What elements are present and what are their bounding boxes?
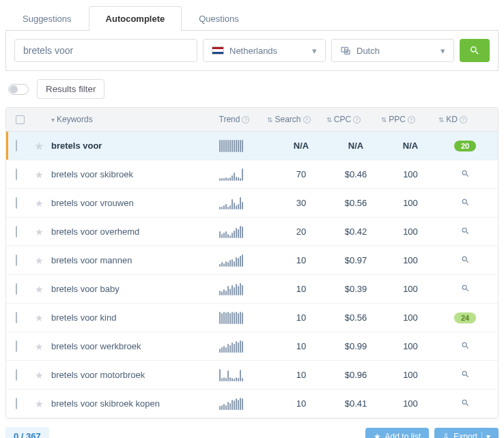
sort-icon: ⇅ xyxy=(381,116,387,123)
sort-icon: ⇅ xyxy=(438,116,444,123)
tab-questions[interactable]: Questions xyxy=(182,6,256,31)
select-all-checkbox[interactable] xyxy=(16,115,25,124)
table-row: ★bretels voorN/AN/AN/A20 xyxy=(6,132,498,160)
cpc-cell: $0.56 xyxy=(328,198,383,208)
language-select[interactable]: Dutch ▾ xyxy=(331,39,454,62)
results-filter-button[interactable]: Results filter xyxy=(37,79,104,99)
sort-icon: ▾ xyxy=(51,116,55,123)
sort-icon: ⇅ xyxy=(326,116,332,123)
kd-lookup-button[interactable] xyxy=(461,370,470,381)
chevron-down-icon: ▾ xyxy=(440,46,445,56)
kd-cell xyxy=(438,227,492,237)
row-checkbox[interactable] xyxy=(16,254,17,266)
flag-nl-icon xyxy=(212,46,224,55)
star-icon[interactable]: ★ xyxy=(35,141,44,151)
col-cpc[interactable]: ⇅CPC? xyxy=(316,115,371,124)
country-select[interactable]: Netherlands ▾ xyxy=(203,39,326,62)
star-icon[interactable]: ★ xyxy=(35,198,44,209)
search-cell: 10 xyxy=(274,284,328,294)
tab-autocomplete[interactable]: Autocomplete xyxy=(89,6,182,31)
kd-cell: 20 xyxy=(438,141,492,151)
row-checkbox[interactable] xyxy=(16,283,17,295)
kd-lookup-button[interactable] xyxy=(461,284,470,295)
search-bar: Netherlands ▾ Dutch ▾ xyxy=(5,31,499,71)
cpc-cell: $0.41 xyxy=(328,398,383,409)
table-row: ★bretels voor motorbroek10$0.96100 xyxy=(6,361,498,390)
kd-lookup-button[interactable] xyxy=(461,342,470,352)
star-icon[interactable]: ★ xyxy=(35,255,44,266)
language-icon xyxy=(340,45,351,56)
star-icon[interactable]: ★ xyxy=(35,370,44,381)
keyword-cell: bretels voor overhemd xyxy=(51,227,219,237)
kd-lookup-button[interactable] xyxy=(461,256,470,266)
search-icon xyxy=(469,45,480,56)
star-icon[interactable]: ★ xyxy=(35,169,44,180)
keyword-cell: bretels voor skibroek kopen xyxy=(51,398,219,409)
ppc-cell: 100 xyxy=(383,284,438,294)
ppc-cell: N/A xyxy=(383,141,438,151)
ppc-cell: 100 xyxy=(383,312,438,323)
trend-sparkline xyxy=(219,398,274,410)
export-button[interactable]: ⇩ Export ▾ xyxy=(434,428,499,439)
trend-sparkline xyxy=(219,312,274,324)
tabs: Suggestions Autocomplete Questions xyxy=(5,5,499,31)
row-checkbox[interactable] xyxy=(16,398,17,409)
star-icon[interactable]: ★ xyxy=(35,227,44,237)
kd-lookup-button[interactable] xyxy=(461,399,470,409)
country-label: Netherlands xyxy=(229,46,277,56)
tab-suggestions[interactable]: Suggestions xyxy=(5,6,89,31)
keyword-cell: bretels voor xyxy=(51,141,219,151)
table-body: ★bretels voorN/AN/AN/A20★bretels voor sk… xyxy=(6,132,498,418)
search-cell: 10 xyxy=(274,341,328,351)
kd-lookup-button[interactable] xyxy=(461,199,470,209)
cpc-cell: $0.39 xyxy=(328,284,383,294)
col-ppc[interactable]: ⇅PPC? xyxy=(371,115,425,124)
col-keywords[interactable]: ▾Keywords xyxy=(51,115,207,124)
row-checkbox[interactable] xyxy=(16,169,17,180)
row-checkbox[interactable] xyxy=(16,369,17,381)
keyword-cell: bretels voor kind xyxy=(51,312,219,323)
kd-lookup-button[interactable] xyxy=(461,227,470,237)
filter-row: Results filter xyxy=(5,71,499,107)
sort-icon: ⇅ xyxy=(267,116,272,123)
kd-badge: 24 xyxy=(454,312,476,323)
ppc-cell: 100 xyxy=(383,398,438,409)
row-checkbox[interactable] xyxy=(16,312,17,323)
row-checkbox[interactable] xyxy=(16,340,17,352)
col-kd[interactable]: ⇅KD? xyxy=(425,115,480,124)
trend-sparkline xyxy=(219,140,274,152)
table-row: ★bretels voor overhemd20$0.42100 xyxy=(6,218,498,246)
trend-sparkline xyxy=(219,254,274,267)
search-cell: 10 xyxy=(274,398,328,409)
star-icon[interactable]: ★ xyxy=(35,341,44,352)
cpc-cell: $0.42 xyxy=(328,227,383,237)
col-search[interactable]: ⇅Search? xyxy=(262,115,316,124)
keyword-cell: bretels voor skibroek xyxy=(51,169,219,179)
help-icon: ? xyxy=(460,116,467,123)
trend-sparkline xyxy=(219,169,274,181)
kd-cell: 24 xyxy=(438,312,492,323)
keyword-cell: bretels voor werkbroek xyxy=(51,341,219,351)
language-label: Dutch xyxy=(356,46,380,56)
row-checkbox[interactable] xyxy=(16,140,17,151)
table-row: ★bretels voor skibroek kopen10$0.41100 xyxy=(6,390,498,418)
download-icon: ⇩ xyxy=(443,432,449,439)
filter-toggle[interactable] xyxy=(8,84,29,95)
table-row: ★bretels voor mannen10$0.97100 xyxy=(6,246,498,275)
search-button[interactable] xyxy=(460,39,490,62)
add-to-list-button[interactable]: ★ Add to list xyxy=(365,428,430,439)
cpc-cell: N/A xyxy=(328,141,383,151)
keyword-input[interactable] xyxy=(14,39,197,62)
kd-lookup-button[interactable] xyxy=(461,170,470,180)
star-icon[interactable]: ★ xyxy=(35,398,44,409)
search-cell: 10 xyxy=(274,370,328,380)
star-icon[interactable]: ★ xyxy=(35,312,44,323)
row-checkbox[interactable] xyxy=(16,226,17,237)
col-trend[interactable]: Trend? xyxy=(207,115,262,124)
star-icon[interactable]: ★ xyxy=(35,284,44,295)
trend-sparkline xyxy=(219,283,274,295)
trend-sparkline xyxy=(219,197,274,209)
ppc-cell: 100 xyxy=(383,169,438,179)
search-cell: 10 xyxy=(274,255,328,265)
row-checkbox[interactable] xyxy=(16,197,17,209)
